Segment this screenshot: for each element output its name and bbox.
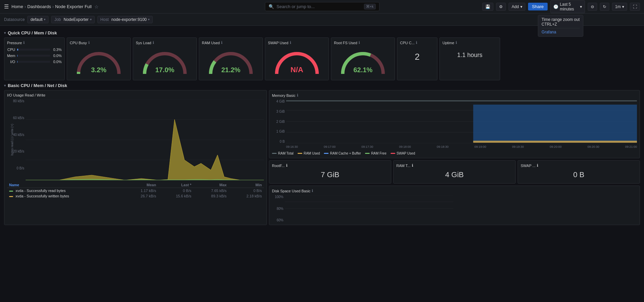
row1-min: 0 B/s	[228, 188, 264, 194]
breadcrumb-dashboards[interactable]: Dashboards	[27, 4, 51, 9]
pressure-mem-bar-bg	[17, 55, 50, 57]
pressure-io-label: I/O	[7, 60, 15, 64]
rootfs-stat-value: 7 GiB	[272, 169, 388, 181]
pressure-io-value: 0.0%	[52, 60, 62, 64]
basic-section-title: Basic CPU / Mem / Net / Disk	[8, 83, 67, 88]
disk-y-axis: 100% 80% 60%	[272, 195, 285, 222]
uptime-title: Uptime ℹ	[442, 40, 497, 45]
col-name: Name	[7, 182, 123, 188]
disk-space-panel: Disk Space Used Basic ℹ 100% 80% 60%	[269, 186, 640, 225]
rootfs-info-icon[interactable]: ℹ	[286, 163, 287, 168]
swap-stat-info-icon[interactable]: ℹ	[537, 163, 538, 168]
right-col: Memory Basic ℹ 4 GiB 3 GiB 2 GiB 1 GiB 0…	[269, 90, 640, 225]
ram-used-panel: RAM Used ℹ 21.2%	[199, 37, 263, 80]
host-value: node-exporter:9100	[112, 17, 147, 22]
ram-used-info-icon[interactable]: ℹ	[221, 40, 222, 45]
sys-load-info-icon[interactable]: ℹ	[153, 40, 154, 45]
search-shortcut: ⌘+k	[364, 4, 376, 9]
pressure-title: Pressure ℹ	[7, 40, 62, 45]
quick-collapse-icon: ▾	[4, 31, 6, 35]
datasource-label: Datasource	[4, 17, 25, 22]
svg-text:N/A: N/A	[290, 65, 303, 74]
uptime-info-icon[interactable]: ℹ	[456, 40, 457, 45]
datasource-value: default	[30, 17, 42, 22]
svg-rect-19	[473, 141, 637, 143]
disk-title-text: Disk Space Used Basic	[272, 189, 310, 193]
ram-used-title: RAM Used ℹ	[202, 40, 260, 45]
datasource-selector[interactable]: default ▾	[27, 16, 49, 23]
ram-total-stat-panel: RAM T... ℹ 4 GiB	[393, 160, 516, 184]
grafana-link[interactable]: Grafana	[542, 30, 556, 34]
host-selector[interactable]: Host node-exporter:9100 ▾	[97, 16, 153, 23]
memory-info-icon[interactable]: ℹ	[297, 93, 298, 98]
svg-rect-18	[473, 105, 637, 142]
io-y-axis-label: bytes read (-) / write (+)	[10, 124, 14, 156]
table-row: xvda - Successfully written bytes 26.7 k…	[7, 193, 264, 199]
svg-text:17.0%: 17.0%	[155, 66, 175, 74]
interval-button[interactable]: 1m ▾	[612, 3, 627, 11]
memory-chart-area: 4 GiB 3 GiB 2 GiB 1 GiB 0 B	[272, 100, 637, 150]
cpu-count-info-icon[interactable]: ℹ	[416, 40, 417, 45]
pressure-cpu-label: CPU	[7, 48, 15, 52]
disk-chart-svg	[285, 195, 453, 222]
col-min: Min	[228, 182, 264, 188]
job-value: NodeExporter	[64, 17, 89, 22]
row2-max: 89.3 kB/s	[193, 193, 229, 199]
mem-legend: RAM Total RAM Used RAM Cache + Buffer RA…	[272, 152, 637, 155]
disk-info-icon[interactable]: ℹ	[312, 189, 313, 193]
cpu-count-title: CPU C... ℹ	[400, 40, 434, 45]
ram-total-info-icon[interactable]: ℹ	[412, 163, 413, 168]
swap-used-gauge: N/A	[268, 47, 326, 77]
tooltip-line1: Time range zoom out	[542, 17, 580, 22]
memory-basic-title: Memory Basic ℹ	[272, 93, 637, 98]
pressure-bars: CPU 0.3% Mem 0.0% I/O	[7, 48, 62, 64]
swap-used-info-icon[interactable]: ℹ	[290, 40, 291, 45]
row2-min: 2.18 kB/s	[228, 193, 264, 199]
basic-section-header[interactable]: ▾ Basic CPU / Mem / Net / Disk	[4, 83, 640, 88]
time-range-display[interactable]: 🕐 Last 5 minutes ▾	[550, 0, 585, 13]
pressure-info-icon[interactable]: ℹ	[23, 40, 25, 45]
search-bar[interactable]: 🔍 Search or jump to... ⌘+k	[265, 2, 379, 11]
rootfs-stat-title: RootF... ℹ	[272, 163, 388, 168]
time-range-label: Last 5 minutes	[560, 2, 579, 11]
io-title-text: I/O Usage Read / Write	[7, 93, 45, 97]
root-fs-info-icon[interactable]: ℹ	[359, 40, 360, 45]
breadcrumb-home[interactable]: Home	[11, 4, 23, 9]
host-chevron: ▾	[148, 18, 150, 21]
legend-ram-free-dot	[365, 153, 370, 154]
io-legend-table: Name Mean Last * Max Min xvda - Successf…	[7, 182, 264, 199]
pressure-io-bar-bg	[17, 61, 50, 63]
topbar-center: 🔍 Search or jump to... ⌘+k	[164, 2, 480, 11]
pressure-io-row: I/O 0.0%	[7, 60, 62, 64]
ram-total-stat-title: RAM T... ℹ	[396, 163, 513, 168]
row2-name: xvda - Successfully written bytes	[7, 193, 123, 199]
settings-button[interactable]: ⚙	[496, 3, 506, 11]
cpu-count-panel: CPU C... ℹ 2	[397, 37, 437, 80]
refresh-button[interactable]: ↻	[600, 3, 609, 11]
host-label: Host	[100, 17, 109, 22]
col-max: Max	[193, 182, 229, 188]
breadcrumb-sep2: ›	[52, 4, 54, 9]
breadcrumb-current: Node Exporter Full	[55, 4, 91, 9]
svg-text:62.1%: 62.1%	[354, 66, 373, 74]
topbar: ☰ Home › Dashboards › Node Exporter Full…	[0, 0, 644, 13]
save-button[interactable]: 💾	[482, 3, 493, 11]
legend-swap-used: SWAP Used	[391, 152, 415, 155]
expand-button[interactable]: ⛶	[630, 3, 640, 11]
legend-ram-total-dot	[272, 153, 277, 154]
mem-x-axis: 09:16:30 09:17:00 09:17:30 09:18:00 09:1…	[286, 143, 637, 150]
share-button[interactable]: Share	[528, 3, 548, 10]
job-selector[interactable]: Job NodeExporter ▾	[51, 16, 94, 23]
hamburger-icon[interactable]: ☰	[4, 3, 9, 10]
zoom-out-button[interactable]: ⊖	[588, 3, 597, 11]
row2-last: 15.6 kB/s	[158, 193, 193, 199]
main-content: ▾ Quick CPU / Mem / Disk Pressure ℹ CPU …	[0, 26, 644, 228]
pressure-mem-row: Mem 0.0%	[7, 54, 62, 58]
cpu-busy-title: CPU Busy ℹ	[70, 40, 128, 45]
star-icon[interactable]: ☆	[94, 4, 99, 9]
add-button[interactable]: Add ▾	[509, 3, 525, 11]
cpu-busy-info-icon[interactable]: ℹ	[88, 40, 90, 45]
search-icon: 🔍	[269, 4, 274, 9]
job-label: Job	[54, 17, 61, 22]
row1-last: 0 B/s	[158, 188, 193, 194]
